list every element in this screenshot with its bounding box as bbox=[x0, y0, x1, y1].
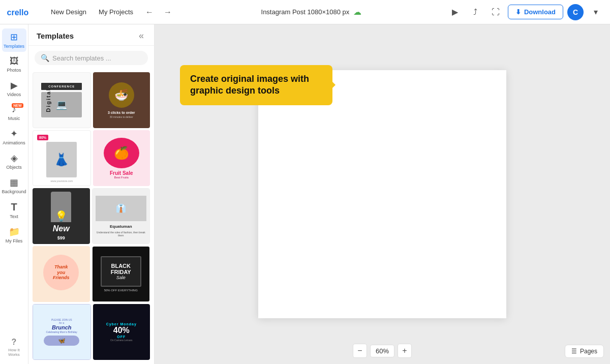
template-card-lamp-new[interactable]: 💡 New $99 bbox=[33, 188, 90, 244]
templates-panel: Templates « 🔍 Digital CONFERENCE 💻 bbox=[28, 24, 155, 364]
user-avatar-button[interactable]: C bbox=[567, 4, 584, 20]
nav-right-actions: ▶ ⤴ ⛶ ⬇ Download C ▾ bbox=[447, 4, 604, 20]
present-button[interactable]: ▶ bbox=[447, 4, 463, 20]
templates-icon: ⊞ bbox=[10, 32, 18, 43]
document-title: Instagram Post 1080×1080 px bbox=[261, 8, 350, 16]
zoom-controls: − 60% + bbox=[353, 344, 412, 358]
template-row: 80% 👗 www.yourstore.com 🍊 Fruit Sale bbox=[33, 130, 150, 186]
sidebar-item-templates[interactable]: ⊞ Templates bbox=[2, 28, 26, 52]
template-row: 💡 New $99 👔 Equatuman Understand the rul… bbox=[33, 188, 150, 244]
photos-label: Photos bbox=[7, 68, 21, 73]
text-label: Text bbox=[10, 214, 18, 219]
fullscreen-button[interactable]: ⛶ bbox=[487, 4, 504, 20]
canvas-area: Create original images with graphic desi… bbox=[155, 24, 610, 364]
sidebar-item-text[interactable]: T Text bbox=[2, 198, 26, 222]
collapse-panel-button[interactable]: « bbox=[137, 31, 146, 41]
pages-button[interactable]: ☰ Pages bbox=[565, 345, 604, 358]
template-row: Digital CONFERENCE 💻 🍜 bbox=[33, 72, 150, 128]
template-card-food-delivery[interactable]: 🍜 3 clicks to order 30 minutes to delive… bbox=[93, 72, 150, 128]
download-icon: ⬇ bbox=[515, 8, 521, 16]
canvas-wrapper: Create original images with graphic desi… bbox=[155, 24, 610, 364]
template-card-conference[interactable]: Digital CONFERENCE 💻 bbox=[33, 72, 91, 128]
sidebar-item-videos[interactable]: ▶ Videos bbox=[2, 77, 26, 100]
download-button[interactable]: ⬇ Download bbox=[508, 5, 563, 19]
svg-text:crello: crello bbox=[7, 8, 29, 17]
template-row: ThankyouFriends BLACKFRIDAY Sale 50% OFF… bbox=[33, 246, 150, 302]
document-title-area: Instagram Post 1080×1080 px ☁ bbox=[180, 7, 443, 17]
photos-icon: 🖼 bbox=[10, 56, 19, 67]
undo-redo-group: ← → bbox=[141, 4, 176, 20]
animations-label: Animations bbox=[3, 140, 25, 145]
new-badge: NEW bbox=[12, 103, 23, 108]
sidebar-item-music[interactable]: NEW ♪ Music bbox=[2, 101, 26, 124]
text-icon: T bbox=[11, 201, 17, 213]
app-logo[interactable]: crello bbox=[6, 6, 39, 18]
pages-icon: ☰ bbox=[571, 348, 577, 355]
main-layout: ⊞ Templates 🖼 Photos ▶ Videos NEW ♪ Musi… bbox=[0, 24, 610, 364]
pages-label: Pages bbox=[580, 348, 597, 355]
template-card-black-friday[interactable]: BLACKFRIDAY Sale 50% OFF EVERYTHING bbox=[92, 246, 150, 302]
panel-header: Templates « bbox=[28, 24, 154, 46]
template-grid: Digital CONFERENCE 💻 🍜 bbox=[28, 70, 154, 364]
template-card-brunch[interactable]: PLEASE JOIN US for a Brunch Celebrating … bbox=[33, 304, 91, 360]
redo-button[interactable]: → bbox=[160, 4, 176, 20]
icon-sidebar: ⊞ Templates 🖼 Photos ▶ Videos NEW ♪ Musi… bbox=[0, 24, 28, 364]
sidebar-item-animations[interactable]: ✦ Animations bbox=[2, 125, 26, 148]
animations-icon: ✦ bbox=[10, 128, 18, 139]
template-card-80off[interactable]: 80% 👗 www.yourstore.com bbox=[33, 130, 91, 186]
sidebar-item-help[interactable]: ? How It Works bbox=[2, 335, 26, 360]
zoom-out-button[interactable]: − bbox=[353, 344, 367, 358]
help-icon: ? bbox=[12, 338, 17, 347]
sidebar-item-objects[interactable]: ◈ Objects bbox=[2, 149, 26, 173]
zoom-level: 60% bbox=[370, 345, 394, 357]
search-box[interactable]: 🔍 bbox=[35, 51, 148, 65]
sidebar-item-background[interactable]: ▦ Background bbox=[2, 174, 26, 197]
my-projects-button[interactable]: My Projects bbox=[95, 6, 137, 18]
background-label: Background bbox=[2, 189, 26, 194]
objects-label: Objects bbox=[6, 165, 22, 170]
tooltip-text: Create original images with graphic desi… bbox=[190, 73, 322, 97]
design-canvas[interactable] bbox=[258, 70, 506, 318]
videos-icon: ▶ bbox=[11, 80, 18, 91]
template-card-thank-friends[interactable]: ThankyouFriends bbox=[33, 246, 90, 302]
digital-label: Digital bbox=[45, 88, 51, 112]
help-label: How It Works bbox=[4, 348, 24, 357]
top-navigation: crello New Design My Projects ← → Instag… bbox=[0, 0, 610, 24]
zoom-in-button[interactable]: + bbox=[398, 344, 412, 358]
template-card-equatuman[interactable]: 👔 Equatuman Understand the rules of fash… bbox=[92, 188, 150, 244]
new-design-button[interactable]: New Design bbox=[47, 6, 90, 18]
myfiles-label: My Files bbox=[6, 238, 23, 244]
search-input[interactable] bbox=[52, 54, 142, 62]
template-card-fruit-sale[interactable]: 🍊 Fruit Sale Best Fruits bbox=[93, 130, 150, 186]
objects-icon: ◈ bbox=[11, 153, 18, 164]
undo-button[interactable]: ← bbox=[141, 4, 158, 20]
user-menu-chevron[interactable]: ▾ bbox=[588, 4, 604, 20]
panel-title: Templates bbox=[37, 32, 74, 40]
sidebar-item-myfiles[interactable]: 📁 My Files bbox=[2, 223, 26, 247]
template-row: PLEASE JOIN US for a Brunch Celebrating … bbox=[33, 304, 150, 360]
videos-label: Videos bbox=[7, 92, 21, 97]
template-card-cyber-monday[interactable]: Cyber Monday 40% OFF On Camera Lenses bbox=[93, 304, 150, 360]
background-icon: ▦ bbox=[10, 177, 18, 188]
save-status-icon: ☁ bbox=[353, 7, 361, 17]
search-icon: 🔍 bbox=[41, 54, 49, 62]
tooltip-bubble: Create original images with graphic desi… bbox=[180, 65, 332, 105]
templates-label: Templates bbox=[4, 44, 24, 49]
share-button[interactable]: ⤴ bbox=[467, 4, 483, 20]
music-label: Music bbox=[8, 116, 20, 121]
myfiles-icon: 📁 bbox=[9, 226, 20, 237]
sidebar-item-photos[interactable]: 🖼 Photos bbox=[2, 53, 26, 76]
